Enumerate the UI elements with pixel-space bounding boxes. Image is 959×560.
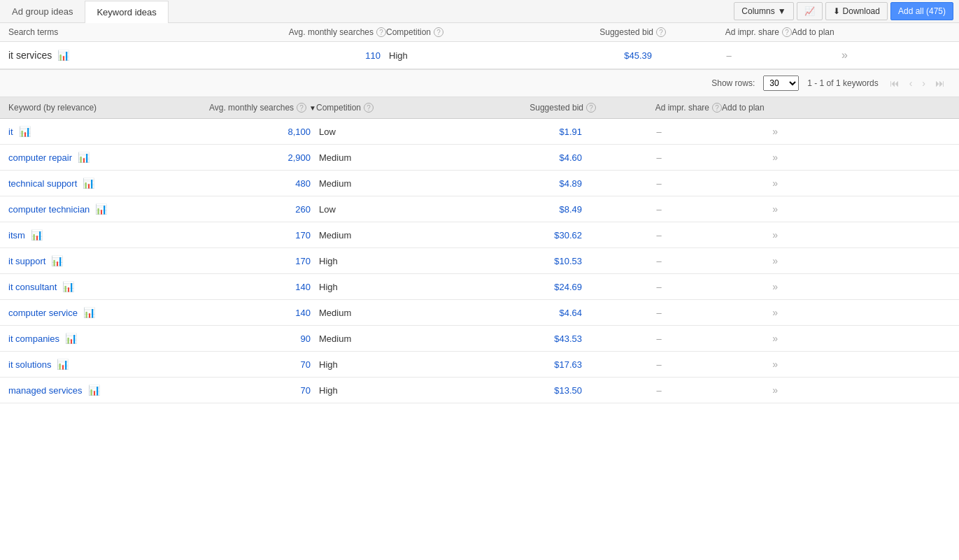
- kw-bid-label: Suggested bid: [530, 103, 583, 113]
- search-term-bid: $45.39: [526, 50, 666, 61]
- tabs-bar: Ad group ideas Keyword ideas Columns ▼ 📈…: [0, 0, 959, 23]
- kw-add-arrow[interactable]: »: [722, 203, 778, 215]
- search-term-row: it services 📊 110 High $45.39 – »: [0, 42, 959, 69]
- kw-add-arrow[interactable]: »: [722, 178, 778, 189]
- show-rows-select[interactable]: 30 10 25 50 100: [763, 76, 799, 91]
- keyword-row: managed services 📊 70 High $13.50 – »: [0, 378, 959, 403]
- kw-avg-searches-label: Avg. monthly searches: [209, 103, 294, 113]
- pagination-range: 1 - 1 of 1 keywords: [807, 78, 878, 88]
- kw-add-arrow[interactable]: »: [722, 255, 778, 266]
- kw-chart-icon[interactable]: 📊: [31, 229, 43, 240]
- kw-bid: $1.91: [456, 127, 596, 137]
- kw-keyword-link[interactable]: it: [8, 127, 13, 137]
- kw-add-arrow[interactable]: »: [722, 359, 778, 370]
- chart-toggle-button[interactable]: 📈: [797, 2, 823, 20]
- kw-keyword-link[interactable]: managed services: [8, 385, 83, 396]
- col-search-terms: Search terms: [8, 27, 274, 37]
- kw-cell-keyword: it support 📊: [8, 255, 204, 266]
- avg-searches-help-icon[interactable]: ?: [376, 27, 386, 37]
- kw-add-arrow[interactable]: »: [722, 307, 778, 318]
- keyword-row: itsm 📊 170 Medium $30.62 – »: [0, 222, 959, 248]
- prev-page-button[interactable]: ‹: [907, 76, 916, 90]
- pagination-controls: ⏮ ‹ › ⏭: [887, 76, 948, 90]
- kw-avg-searches: 90: [204, 333, 316, 344]
- kw-keyword-link[interactable]: it solutions: [8, 359, 51, 370]
- kw-keyword-link[interactable]: technical support: [8, 178, 77, 189]
- kw-add-arrow[interactable]: »: [722, 126, 778, 137]
- kw-add-arrow[interactable]: »: [722, 385, 778, 396]
- kw-keyword-link[interactable]: it companies: [8, 333, 59, 344]
- add-to-plan-label: Add to plan: [792, 27, 834, 37]
- search-term-add-arrow[interactable]: »: [792, 49, 848, 62]
- tab-ad-group-ideas[interactable]: Ad group ideas: [0, 0, 85, 22]
- kw-cell-keyword: it 📊: [8, 126, 204, 137]
- kw-competition: High: [316, 256, 456, 266]
- kw-chart-icon[interactable]: 📊: [83, 307, 95, 318]
- columns-label: Columns: [741, 6, 774, 16]
- kw-add-arrow[interactable]: »: [722, 152, 778, 163]
- kw-ad-impr: –: [596, 333, 722, 344]
- columns-button[interactable]: Columns ▼: [734, 2, 793, 20]
- kw-chart-icon[interactable]: 📊: [51, 255, 63, 266]
- kw-chart-icon[interactable]: 📊: [88, 385, 100, 396]
- kw-competition: High: [316, 282, 456, 292]
- ad-impr-help-icon[interactable]: ?: [782, 27, 792, 37]
- kw-bid-help[interactable]: ?: [586, 103, 596, 113]
- kw-chart-icon[interactable]: 📊: [19, 126, 31, 137]
- kw-keyword-link[interactable]: itsm: [8, 230, 25, 240]
- keywords-section: Keyword (by relevance) Avg. monthly sear…: [0, 97, 959, 403]
- keyword-row: computer service 📊 140 Medium $4.64 – »: [0, 300, 959, 326]
- kw-add-arrow[interactable]: »: [722, 333, 778, 344]
- first-page-button[interactable]: ⏮: [887, 76, 902, 90]
- tab-keyword-ideas[interactable]: Keyword ideas: [85, 1, 168, 23]
- kw-bid: $24.69: [456, 282, 596, 292]
- kw-add-arrow[interactable]: »: [722, 229, 778, 240]
- download-button[interactable]: ⬇ Download: [825, 2, 888, 20]
- kw-keyword-link[interactable]: it consultant: [8, 282, 57, 292]
- kw-keyword-link[interactable]: computer service: [8, 308, 78, 318]
- kw-avg-searches: 70: [204, 385, 316, 396]
- kw-ad-impr: –: [596, 204, 722, 215]
- kw-keyword-link[interactable]: computer repair: [8, 152, 72, 163]
- bid-help-icon[interactable]: ?: [656, 27, 666, 37]
- kw-competition: Medium: [316, 230, 456, 240]
- keyword-row: it solutions 📊 70 High $17.63 – »: [0, 352, 959, 378]
- competition-help-icon[interactable]: ?: [434, 27, 443, 37]
- kw-cell-keyword: itsm 📊: [8, 229, 204, 240]
- kw-add-arrow[interactable]: »: [722, 281, 778, 292]
- kw-avg-searches: 2,900: [204, 152, 316, 163]
- search-table-header: Search terms Avg. monthly searches ? Com…: [0, 23, 959, 42]
- kw-chart-icon[interactable]: 📊: [83, 178, 94, 189]
- col-bid-header: Suggested bid ?: [526, 27, 666, 37]
- col-kw-avg-searches-header[interactable]: Avg. monthly searches ? ▼: [204, 103, 316, 113]
- kw-ad-impr: –: [596, 282, 722, 292]
- kw-bid: $10.53: [456, 256, 596, 266]
- kw-chart-icon[interactable]: 📊: [62, 281, 74, 292]
- kw-bid: $4.89: [456, 178, 596, 189]
- kw-keyword-link[interactable]: it support: [8, 256, 45, 266]
- avg-searches-label: Avg. monthly searches: [289, 27, 374, 37]
- kw-ad-impr-help[interactable]: ?: [712, 103, 722, 113]
- kw-ad-impr: –: [596, 359, 722, 370]
- kw-competition-help[interactable]: ?: [364, 103, 374, 113]
- add-all-button[interactable]: Add all (475): [890, 2, 953, 20]
- kw-chart-icon[interactable]: 📊: [95, 203, 107, 215]
- ad-impr-label: Ad impr. share: [725, 27, 779, 37]
- kw-avg-searches: 70: [204, 359, 316, 370]
- next-page-button[interactable]: ›: [919, 76, 928, 90]
- download-icon: ⬇: [833, 6, 840, 16]
- kw-chart-icon[interactable]: 📊: [57, 359, 69, 370]
- search-term-chart-icon[interactable]: 📊: [57, 50, 69, 61]
- kw-avg-searches-help[interactable]: ?: [297, 103, 306, 113]
- last-page-button[interactable]: ⏭: [932, 76, 948, 90]
- columns-chevron-icon: ▼: [778, 6, 786, 16]
- kw-keyword-link[interactable]: computer technician: [8, 204, 90, 215]
- kw-chart-icon[interactable]: 📊: [65, 333, 77, 344]
- kw-chart-icon[interactable]: 📊: [78, 152, 90, 163]
- kw-competition: Medium: [316, 178, 456, 189]
- pagination-bar: Show rows: 30 10 25 50 100 1 - 1 of 1 ke…: [0, 70, 959, 97]
- kw-bid: $17.63: [456, 359, 596, 370]
- kw-ad-impr: –: [596, 256, 722, 266]
- kw-avg-searches: 140: [204, 282, 316, 292]
- kw-competition: Medium: [316, 152, 456, 163]
